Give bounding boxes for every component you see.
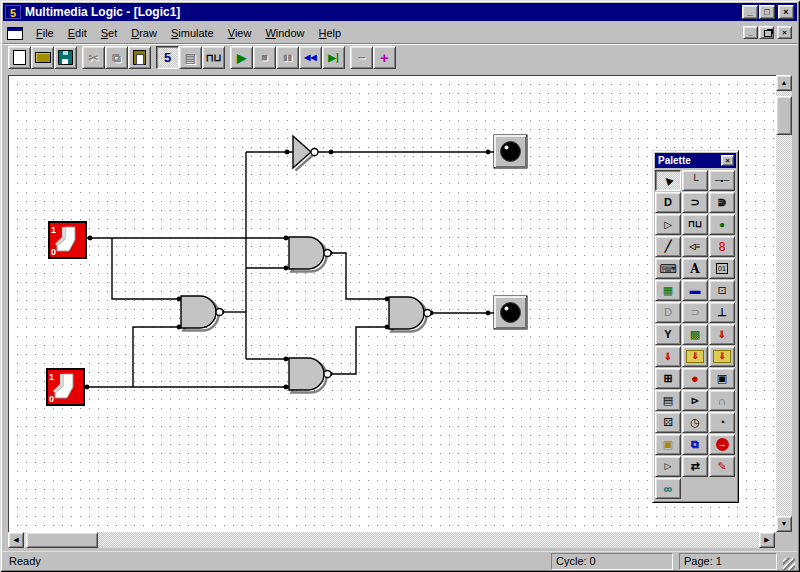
nand-gate-bottom[interactable] (289, 358, 331, 393)
bus-sender-tool[interactable]: ⇓ (709, 346, 735, 367)
pointer-tool[interactable]: ▶ (655, 170, 681, 191)
random-tool[interactable]: ⚄ (655, 412, 681, 433)
or-gate-tool[interactable]: ⊃ (682, 192, 708, 213)
wire-junction (486, 311, 491, 316)
pointer-arrow-icon: ▶ (662, 174, 675, 187)
bitmap-tool[interactable]: ▩ (682, 324, 708, 345)
menu-draw[interactable]: Draw (124, 25, 164, 41)
scroll-down-button[interactable]: ▼ (776, 516, 792, 532)
timer-tool[interactable]: ◔ (709, 412, 735, 433)
tristate-tool[interactable]: Y (655, 324, 681, 345)
terminal-tool[interactable]: ⊡ (709, 280, 735, 301)
paste-button[interactable] (128, 46, 151, 69)
vertical-scroll-thumb[interactable] (776, 96, 792, 135)
robot-tool[interactable]: ⊳ (682, 390, 708, 411)
input-switch-2[interactable]: 10 (47, 369, 84, 405)
new-button[interactable] (8, 46, 31, 69)
rom-tool[interactable]: ▤ (655, 390, 681, 411)
menu-window[interactable]: Window (258, 25, 311, 41)
mdi-minimize-button[interactable]: _ (743, 26, 758, 39)
switch-off-label: 0 (51, 247, 56, 257)
keypad-tool[interactable]: ▦ (655, 280, 681, 301)
scroll-up-button[interactable]: ▲ (776, 75, 792, 91)
vibrator-tool[interactable]: ▣ (655, 434, 681, 455)
input-switch-1[interactable]: 10 (49, 222, 86, 258)
mdi-document-icon[interactable] (7, 27, 23, 40)
sender-tool[interactable]: ⇓ (655, 346, 681, 367)
run-button[interactable]: ▶ (230, 46, 253, 69)
small-buffer-tool[interactable]: ▷ (655, 456, 681, 477)
flipflop-tool[interactable]: ▣ (709, 368, 735, 389)
bell-tool[interactable]: ∩ (709, 390, 735, 411)
wire[interactable] (330, 327, 389, 374)
menu-simulate[interactable]: Simulate (164, 25, 221, 41)
sender-icon: ⇓ (664, 352, 672, 362)
horizontal-scroll-thumb[interactable] (26, 532, 98, 548)
new-page-icon (13, 50, 26, 65)
output-led-2[interactable] (494, 296, 527, 329)
and-gate-tool[interactable]: D (655, 192, 681, 213)
counter-tool[interactable]: ⊞ (655, 368, 681, 389)
nand-gate-left[interactable] (181, 296, 223, 331)
menu-view[interactable]: View (221, 25, 259, 41)
signal-lamp-tool[interactable]: ● (682, 368, 708, 389)
menu-set[interactable]: Set (94, 25, 125, 41)
nand-gate-output[interactable] (389, 297, 431, 332)
save-button[interactable] (54, 46, 77, 69)
display-tool[interactable]: ▬ (682, 280, 708, 301)
menu-edit[interactable]: Edit (61, 25, 94, 41)
mdi-close-button[interactable]: × (777, 26, 792, 39)
step-forward-button[interactable]: ▶| (322, 46, 345, 69)
open-button[interactable] (31, 46, 54, 69)
ground-tool[interactable]: ⊥ (709, 302, 735, 323)
speaker-tool[interactable]: ◁≡ (682, 236, 708, 257)
rewind-button[interactable]: ◀◀ (299, 46, 322, 69)
binary-probe-tool[interactable]: 01 (709, 258, 735, 279)
probe-icon: ▤ (185, 52, 196, 64)
keyboard-tool[interactable]: ⌨ (655, 258, 681, 279)
mdi-restore-button[interactable] (759, 26, 774, 39)
node-tool[interactable]: ─•─ (709, 170, 735, 191)
find-tool[interactable]: ∞ (655, 478, 681, 499)
menu-file[interactable]: File (29, 25, 61, 41)
wire-tool[interactable]: └ (682, 170, 708, 191)
buffer-shape-tool[interactable]: D (655, 302, 681, 323)
zoom-in-button[interactable]: + (373, 46, 396, 69)
pen-tool[interactable]: ✎ (709, 456, 735, 477)
bus-receiver-tool[interactable]: ⇓ (682, 346, 708, 367)
oscillator-tool[interactable]: ⊓⊔ (682, 214, 708, 235)
inverter-gate[interactable] (293, 136, 318, 171)
stop-sign-tool[interactable]: → (709, 434, 735, 455)
nand-gate-top[interactable] (289, 237, 331, 272)
scroll-left-button[interactable]: ◀ (8, 532, 24, 548)
vertical-scrollbar[interactable]: ▲ ▼ (776, 75, 792, 532)
cycle-counter: Cycle: 0 (551, 553, 673, 570)
seven-segment-tool[interactable]: 8 (709, 236, 735, 257)
switch-tool[interactable]: ╱ (655, 236, 681, 257)
scroll-right-button[interactable]: ▶ (759, 532, 775, 548)
wire[interactable] (112, 238, 181, 299)
page-indicator: Page: 1 (679, 553, 777, 570)
minimize-button[interactable]: _ (742, 5, 758, 19)
stretch-tool[interactable]: ⇄ (682, 456, 708, 477)
not-gate-tool[interactable]: ▷ (655, 214, 681, 235)
wire[interactable] (330, 253, 389, 299)
network-tool[interactable]: ⧉ (682, 434, 708, 455)
waveform-button[interactable]: ⊓⊔ (202, 46, 225, 69)
output-led-1[interactable] (494, 135, 527, 168)
horizontal-scrollbar[interactable]: ◀ ▶ (8, 532, 775, 548)
text-tool[interactable]: A (682, 258, 708, 279)
receiver-tool[interactable]: ⇓ (709, 324, 735, 345)
menu-help[interactable]: Help (312, 25, 349, 41)
xor-gate-tool[interactable]: ⋑ (709, 192, 735, 213)
led-tool[interactable]: ● (709, 214, 735, 235)
palette-title-bar[interactable]: Palette × (655, 153, 736, 168)
maximize-button[interactable]: □ (759, 5, 775, 19)
or-shape-tool[interactable]: ⊃ (682, 302, 708, 323)
resize-grip[interactable] (783, 558, 795, 570)
clock-tool[interactable]: ◷ (682, 412, 708, 433)
draw-mode-button[interactable]: 5 (156, 46, 179, 69)
wire[interactable] (133, 327, 181, 387)
palette-close-button[interactable]: × (721, 155, 734, 166)
close-button[interactable]: × (778, 5, 794, 19)
